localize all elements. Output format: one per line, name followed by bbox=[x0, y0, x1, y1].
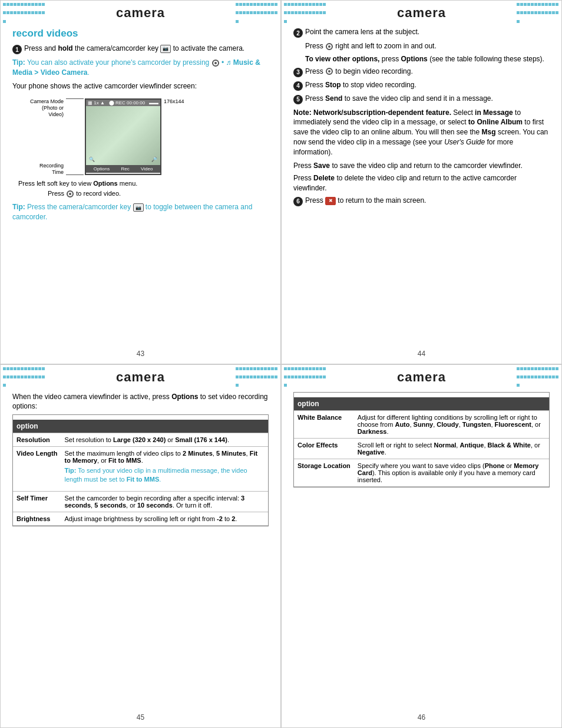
option-brightness-label: Brightness bbox=[13, 512, 61, 525]
option-whitebalance-desc: Adjust for different lighting conditions… bbox=[354, 410, 549, 438]
options-table-46: option White Balance Adjust for differen… bbox=[294, 397, 549, 487]
table-row-color-effects: Color Effects Scroll left or right to se… bbox=[294, 438, 549, 459]
option-resolution-desc: Set resolution to Large (320 x 240) or S… bbox=[61, 433, 268, 447]
viewfinder-screen: ▦ 1x ▲ ⬤ REC 00:00:00 ▬▬ 🔍 🔎 Options Rec… bbox=[85, 98, 161, 175]
nav-bullet-3 bbox=[326, 68, 333, 75]
vf-video: Video bbox=[141, 166, 153, 172]
page-46-content: option White Balance Adjust for differen… bbox=[282, 387, 561, 499]
arrow-camera-mode bbox=[66, 98, 84, 99]
vf-body-inner bbox=[86, 106, 160, 165]
section-title-43: record videos bbox=[12, 28, 269, 39]
page-num-43: 43 bbox=[137, 350, 144, 358]
page-45: camera When the video camera viewfinder … bbox=[0, 364, 281, 729]
page-num-45: 45 bbox=[137, 713, 144, 722]
camera-key-icon-2: 📷 bbox=[133, 203, 144, 212]
table-row-storage-location: Storage Location Specify where you want … bbox=[294, 459, 549, 486]
page-44-content: 2 Point the camera lens at the subject. … bbox=[282, 23, 561, 222]
header-deco-right-45 bbox=[233, 365, 280, 394]
step-5: 5 Press Send to save the video clip and … bbox=[293, 94, 550, 104]
vf-label-rec-time: RecordingTime bbox=[30, 163, 64, 176]
options-table-outer-46: option White Balance Adjust for differen… bbox=[293, 392, 550, 487]
video-length-tip: Tip: To send your video clip in a multim… bbox=[64, 466, 265, 485]
vf-battery: ▬▬ bbox=[149, 100, 158, 106]
nav-bullet-record bbox=[67, 190, 74, 197]
viewfinder-container: Camera Mode(Photo orVideo) RecordingTime… bbox=[30, 98, 184, 175]
step-3-num: 3 bbox=[293, 68, 303, 77]
vf-rec-btn: Rec bbox=[121, 166, 130, 172]
vf-top-bar: ▦ 1x ▲ ⬤ REC 00:00:00 ▬▬ bbox=[86, 100, 160, 106]
page-45-intro: When the video camera viewfinder is acti… bbox=[12, 392, 269, 412]
header-deco-left-46 bbox=[282, 365, 329, 394]
vf-size-label: 176x144 bbox=[164, 98, 184, 104]
table-row-video-length: Video Length Set the maximum length of v… bbox=[13, 447, 268, 492]
nav-bullet-zoom bbox=[326, 43, 333, 50]
vf-rec: ⬤ REC 00:00:00 bbox=[109, 100, 145, 106]
step-4-num: 4 bbox=[293, 81, 303, 91]
option-selftimer-label: Self Timer bbox=[13, 491, 61, 512]
page-44-header: camera bbox=[282, 1, 561, 23]
vf-opt: Options bbox=[94, 166, 110, 172]
option-whitebalance-label: White Balance bbox=[294, 410, 354, 438]
step-1-text: Press and hold the camera/camcorder key … bbox=[24, 44, 244, 53]
header-deco-left-45 bbox=[1, 365, 48, 394]
options-table-45: option Resolution Set resolution to Larg… bbox=[13, 420, 268, 526]
header-deco-right-44 bbox=[514, 1, 561, 30]
camera-key-icon: 📷 bbox=[160, 45, 171, 53]
page-num-46: 46 bbox=[418, 713, 425, 722]
option-videolength-label: Video Length bbox=[13, 447, 61, 492]
tip-1: Tip: You can also activate your phone's … bbox=[12, 58, 269, 78]
arrow-rec-time bbox=[66, 174, 84, 175]
step-1: 1 Press and hold the camera/camcorder ke… bbox=[12, 44, 269, 54]
option-videolength-desc: Set the maximum length of video clips to… bbox=[61, 447, 268, 492]
vf-zoom-right: 🔎 bbox=[151, 157, 157, 162]
table-row-self-timer: Self Timer Set the camcorder to begin re… bbox=[13, 491, 268, 512]
para-save: Press Save to save the video clip and re… bbox=[293, 161, 550, 171]
header-deco-left-43 bbox=[1, 1, 48, 30]
below-vf-record: Press to record video. bbox=[48, 190, 269, 197]
step-5-num: 5 bbox=[293, 95, 303, 104]
option-coloreffects-desc: Scroll left or right to select Normal, A… bbox=[354, 438, 549, 459]
page-num-44: 44 bbox=[418, 350, 425, 358]
table-row-brightness: Brightness Adjust image brightness by sc… bbox=[13, 512, 268, 525]
step-2: 2 Point the camera lens at the subject. bbox=[293, 28, 550, 38]
vf-label-camera-mode: Camera Mode(Photo orVideo) bbox=[30, 98, 64, 117]
option-storagelocation-desc: Specify where you want to save video cli… bbox=[354, 459, 549, 486]
option-coloreffects-label: Color Effects bbox=[294, 438, 354, 459]
vf-zoom-left: 🔍 bbox=[89, 157, 95, 162]
step-4-text: Press Stop to stop video recording. bbox=[305, 81, 416, 89]
step-4: 4 Press Stop to stop video recording. bbox=[293, 81, 550, 91]
below-vf-options: Press left soft key to view Options menu… bbox=[18, 180, 269, 187]
header-deco-left-44 bbox=[282, 1, 329, 30]
option-resolution-label: Resolution bbox=[13, 433, 61, 447]
step-6-text: Press ✖ to return to the main screen. bbox=[305, 196, 426, 205]
step-5-text: Press Send to save the video clip and se… bbox=[305, 94, 493, 103]
header-deco-right-43 bbox=[233, 1, 280, 30]
note-box: Note: Network/subscription-dependent fea… bbox=[293, 108, 550, 157]
option-selftimer-desc: Set the camcorder to begin recording aft… bbox=[61, 491, 268, 512]
vf-bottom-bar: Options Rec Video bbox=[86, 165, 160, 173]
vf-signal: ▦ 1x ▲ bbox=[88, 100, 105, 106]
page-46: camera option White Balance Adjust for d… bbox=[281, 364, 562, 729]
nav-bullet-1 bbox=[212, 60, 219, 67]
table-row-white-balance: White Balance Adjust for different light… bbox=[294, 410, 549, 438]
step-1-num: 1 bbox=[12, 45, 22, 54]
page-43-header: camera bbox=[1, 1, 280, 23]
page-45-content: When the video camera viewfinder is acti… bbox=[1, 387, 280, 538]
step-2-options: To view other options, press Options (se… bbox=[305, 54, 550, 64]
body-text-43: Your phone shows the active camcorder vi… bbox=[12, 81, 269, 91]
note-title: Note: Network/subscription-dependent fea… bbox=[293, 108, 550, 157]
step-2-zoom: Press right and left to zoom in and out. bbox=[305, 41, 550, 51]
option-storagelocation-label: Storage Location bbox=[294, 459, 354, 486]
vf-body: 🔍 🔎 bbox=[86, 106, 160, 165]
page-43: camera record videos 1 Press and hold th… bbox=[0, 0, 281, 364]
page-46-header: camera bbox=[282, 365, 561, 387]
para-delete: Press Delete to delete the video clip an… bbox=[293, 173, 550, 193]
header-deco-right-46 bbox=[514, 365, 561, 394]
step-6: 6 Press ✖ to return to the main screen. bbox=[293, 196, 550, 206]
option-brightness-desc: Adjust image brightness by scrolling lef… bbox=[61, 512, 268, 525]
page-44: camera 2 Point the camera lens at the su… bbox=[281, 0, 562, 364]
step-3: 3 Press to begin video recording. bbox=[293, 67, 550, 77]
end-key-icon: ✖ bbox=[325, 197, 336, 205]
table-45-header: option bbox=[13, 420, 268, 433]
options-table-outer-45: option Resolution Set resolution to Larg… bbox=[12, 414, 269, 526]
